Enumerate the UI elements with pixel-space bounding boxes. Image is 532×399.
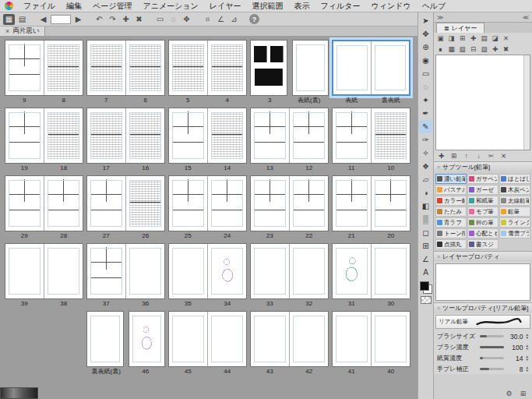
grid-button[interactable]: ⌗ [202,14,213,25]
expand-dock-icon[interactable]: ≪ [523,14,529,21]
page-thumbnail[interactable] [125,244,164,298]
menu-item-8[interactable]: ウィンドウ [365,0,416,12]
page-thumbnail[interactable] [129,311,166,367]
page-spread[interactable] [5,108,83,164]
tool-property-header[interactable]: ≡ ツールプロパティ[リアル鉛筆] [434,303,532,313]
page-spread[interactable] [5,40,83,96]
close-tab-icon[interactable]: × [5,27,9,35]
move-up-icon[interactable]: ↑ [462,152,470,160]
eraser-tool[interactable]: ▱ [419,173,432,186]
page-thumbnail[interactable] [125,176,164,231]
page-spread[interactable] [86,108,165,164]
page-thumbnail[interactable] [207,312,246,366]
menu-item-0[interactable]: ファイル [18,0,61,12]
subtool-item[interactable]: 雪雲ブラシ [499,228,530,238]
new-raster-layer-icon[interactable]: ◨ [447,34,456,42]
page-thumbnail[interactable] [87,244,125,298]
page-thumbnail[interactable] [289,312,328,366]
page-thumbnail[interactable] [250,40,287,96]
menu-item-4[interactable]: レイヤー [204,0,247,12]
ruler-layer-icon[interactable]: ▧ [458,45,467,53]
property-slider[interactable] [480,368,504,370]
set-reference-icon[interactable]: ⊟ [469,45,477,53]
add-layer-icon[interactable]: ✚ [469,34,477,42]
page-thumbnail[interactable] [371,108,410,163]
page-thumbnail[interactable] [333,41,371,94]
document-tab[interactable]: × 両片思い [0,26,45,36]
page-spread[interactable] [332,175,410,231]
select-tool[interactable]: ▭ [419,67,432,80]
layer-property-header[interactable]: ≡ レイヤープロパティ [434,252,532,262]
page-thumbnail[interactable] [125,108,164,163]
ruler-tool[interactable]: ∠ [419,252,432,266]
move-tool[interactable]: ✥ [419,27,432,41]
page-spread[interactable] [332,108,410,164]
subtool-item[interactable]: カラー鉛筆 [435,196,467,206]
gradient-tool[interactable]: ▒ [419,213,432,226]
spinner-down-icon[interactable]: ▼ [526,337,529,340]
subtool-item[interactable]: トーン削り [435,228,467,238]
page-thumbnail[interactable] [5,41,44,95]
page-spread[interactable] [86,40,165,96]
gear-icon[interactable]: ⚙ [505,390,513,397]
page-spread[interactable] [168,311,247,367]
lasso-tool[interactable]: ◌ [419,80,432,94]
menu-item-2[interactable]: ページ管理 [87,0,137,12]
subtool-item[interactable]: 鉛筆 [499,207,530,217]
page-thumbnail[interactable] [251,176,289,231]
prev-page-button[interactable]: ◀ [37,14,49,25]
collapse-dock-icon[interactable]: ≫ [437,14,443,21]
page-spread[interactable] [168,40,247,96]
frame-border-tool[interactable]: ⊞ [419,239,432,252]
page-thumbnail[interactable] [371,41,409,94]
subtool-item[interactable]: ほとばし [499,174,530,184]
page-thumbnail[interactable] [169,244,207,298]
page-thumbnail[interactable] [44,108,83,163]
page-thumbnail[interactable] [86,311,124,367]
subtool-item[interactable]: 心配とも [467,228,499,238]
page-thumbnail[interactable] [5,176,44,231]
next-page-button[interactable]: ▶ [72,14,84,25]
decoration-tool[interactable]: ❖ [419,160,432,173]
wand-tool[interactable]: ✦ [419,94,432,107]
page-spread[interactable] [168,108,247,164]
new-layer-icon[interactable]: ✚ [437,152,446,160]
main-color-swatch[interactable] [420,281,429,291]
menu-item-3[interactable]: アニメーション [137,0,203,12]
ruler-button[interactable]: ∠ [215,14,227,25]
page-manager-view-button[interactable]: ▦ [3,14,15,25]
subtool-item[interactable]: モブ筆 [467,207,499,217]
page-thumbnail[interactable] [207,108,246,163]
layer-list[interactable] [435,55,530,150]
cut-icon[interactable]: ✂ [487,152,495,160]
page-thumbnail[interactable] [289,176,328,231]
move-button[interactable]: ✥ [181,14,192,25]
page-thumbnail[interactable] [169,108,207,163]
spinner-down-icon[interactable]: ▼ [526,358,529,362]
lock-pixel-icon[interactable]: ▦ [447,45,456,53]
page-thumbnail[interactable] [251,108,289,163]
menu-item-9[interactable]: ヘルプ [417,0,452,12]
page-thumbnail[interactable] [169,312,207,366]
page-thumbnail[interactable] [371,244,410,298]
subtool-item[interactable]: たたみ [435,207,467,217]
page-thumbnail[interactable] [125,41,164,95]
page-thumbnail[interactable] [207,244,246,298]
single-page-view-button[interactable]: ▤ [16,14,28,25]
page-spread[interactable] [5,243,83,299]
page-spread[interactable] [168,243,247,299]
spinner-down-icon[interactable]: ▼ [526,348,529,351]
subtool-item[interactable]: ガーゼ [467,185,499,195]
page-thumbnail[interactable] [5,108,44,163]
lock-layer-icon[interactable]: ∎ [436,45,445,53]
add-page-button[interactable]: ✚ [120,14,132,25]
pen-tool[interactable]: ✒ [419,107,432,120]
trash-icon[interactable]: ✕ [499,152,508,160]
zoom-tool[interactable]: ⊕ [419,41,432,54]
pencil-tool[interactable]: ✎ [419,120,432,133]
page-spread[interactable] [332,40,410,96]
spinner-arrows[interactable]: ▲▼ [526,344,529,351]
merge-icon[interactable]: ✚ [491,45,499,53]
spinner-down-icon[interactable]: ▼ [526,369,529,373]
transparent-color-swatch[interactable] [421,296,432,304]
